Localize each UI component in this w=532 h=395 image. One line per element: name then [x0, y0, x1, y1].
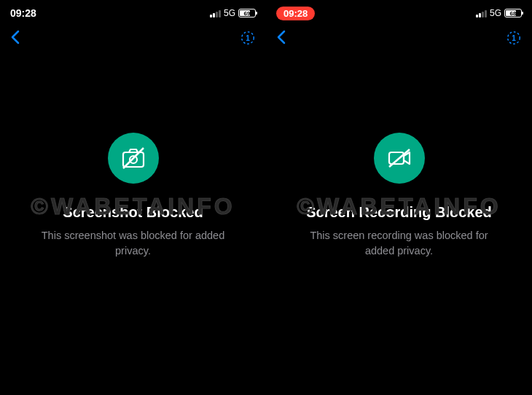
status-bar: 09:28 5G 68: [266, 4, 532, 22]
status-bar: 09:28 5G 69: [0, 4, 266, 22]
status-right: 5G 68: [476, 8, 522, 18]
nav-bar: 1: [0, 25, 266, 54]
content-area: ©WABETAINFO Screen Recording Blocked Thi…: [266, 54, 532, 395]
network-label: 5G: [490, 8, 501, 18]
svg-text:1: 1: [246, 34, 250, 42]
battery-pct: 68: [510, 10, 517, 17]
status-time: 09:28: [10, 7, 36, 19]
nav-bar: 1: [266, 25, 532, 54]
status-time-recording-pill[interactable]: 09:28: [276, 7, 315, 20]
battery-icon: 69: [238, 9, 256, 17]
block-title: Screen Recording Blocked: [306, 204, 492, 221]
back-icon[interactable]: [10, 30, 20, 49]
camera-blocked-icon: [108, 133, 159, 184]
battery-pct: 69: [244, 10, 251, 17]
screenshot-blocked-pane: 09:28 5G 69 1 ©WABETAINFO: [0, 0, 266, 395]
block-title: Screenshot Blocked: [63, 204, 203, 221]
recording-blocked-pane: 09:28 5G 68 1 ©WABETAINFO: [266, 0, 532, 395]
network-label: 5G: [224, 8, 235, 18]
status-right: 5G 69: [210, 8, 256, 18]
view-once-timer-icon[interactable]: 1: [506, 30, 522, 49]
block-description: This screen recording was blocked for ad…: [297, 228, 501, 258]
video-blocked-icon: [374, 133, 425, 184]
svg-text:1: 1: [512, 34, 516, 42]
signal-icon: [476, 9, 487, 17]
back-icon[interactable]: [276, 30, 286, 49]
signal-icon: [210, 9, 221, 17]
content-area: ©WABETAINFO Screenshot Blocked This scre…: [0, 54, 266, 395]
svg-line-4: [123, 148, 144, 168]
svg-rect-7: [389, 152, 404, 164]
view-once-timer-icon[interactable]: 1: [240, 30, 256, 49]
block-description: This screenshot was blocked for added pr…: [31, 228, 235, 258]
battery-icon: 68: [504, 9, 522, 17]
